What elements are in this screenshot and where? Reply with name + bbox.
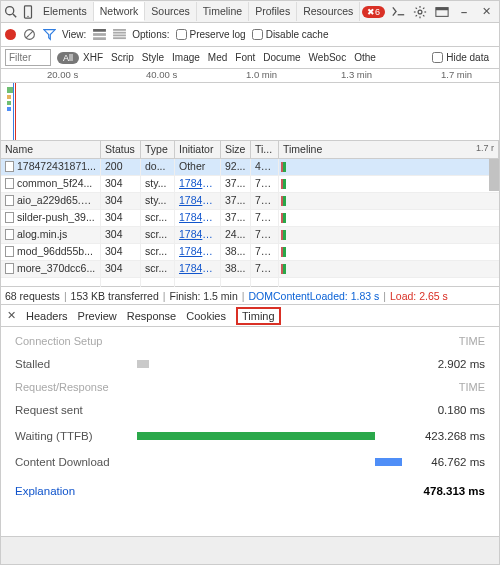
svg-line-17 — [25, 31, 32, 38]
device-icon[interactable] — [19, 3, 37, 21]
type-media[interactable]: Med — [204, 50, 231, 65]
cell-time: 76... — [251, 193, 279, 209]
cell-initiator[interactable]: 178472... — [175, 176, 221, 192]
table-row[interactable]: more_370dcc6... 304 scr... 178472... 38.… — [1, 261, 499, 278]
cell-name: silder-push_39... — [1, 210, 101, 226]
view-label: View: — [62, 29, 86, 40]
small-rows-icon[interactable] — [112, 28, 126, 42]
cell-type: do... — [141, 159, 175, 175]
cell-type: scr... — [141, 227, 175, 243]
options-label: Options: — [132, 29, 169, 40]
col-initiator[interactable]: Initiator — [175, 141, 221, 158]
svg-line-12 — [416, 15, 417, 16]
cell-timeline — [279, 227, 499, 243]
search-icon[interactable] — [1, 3, 19, 21]
table-row[interactable]: 178472431871... 200 do... Other 92... 47… — [1, 159, 499, 176]
wait-bar — [137, 432, 375, 440]
svg-rect-24 — [113, 35, 126, 37]
disable-cache-checkbox[interactable]: Disable cache — [252, 29, 329, 40]
type-all[interactable]: All — [57, 52, 79, 64]
type-style[interactable]: Style — [138, 50, 168, 65]
ruler-tick: 40.00 s — [146, 69, 177, 80]
tab-resources[interactable]: Resources — [297, 2, 360, 21]
table-row[interactable]: aio_a229d65.css 304 sty... 178472... 37.… — [1, 193, 499, 210]
console-icon[interactable] — [389, 3, 407, 21]
type-image[interactable]: Image — [168, 50, 204, 65]
tab-network[interactable]: Network — [94, 2, 146, 21]
hide-data-label: Hide data — [446, 52, 489, 63]
type-ws[interactable]: WebSoc — [305, 50, 351, 65]
type-font[interactable]: Font — [231, 50, 259, 65]
svg-point-0 — [5, 7, 13, 15]
table-row[interactable]: mod_96dd55b... 304 scr... 178472... 38..… — [1, 244, 499, 261]
close-icon[interactable]: ✕ — [477, 3, 495, 21]
cell-initiator[interactable]: 178472... — [175, 244, 221, 260]
ruler-tick: 1.7 min — [441, 69, 472, 80]
hide-data-checkbox[interactable]: Hide data — [432, 52, 489, 63]
cell-time: 76... — [251, 244, 279, 260]
cell-initiator: Other — [175, 159, 221, 175]
col-type[interactable]: Type — [141, 141, 175, 158]
cd-bar — [375, 458, 402, 466]
grid-header: Name Status Type Initiator Size Ti... Ti… — [1, 141, 499, 159]
tab-timeline[interactable]: Timeline — [197, 2, 249, 21]
tab-profiles[interactable]: Profiles — [249, 2, 297, 21]
col-timeline[interactable]: Timeline1.7 r — [279, 141, 499, 158]
tab-sources[interactable]: Sources — [145, 2, 197, 21]
stalled-bar — [137, 360, 149, 368]
type-other[interactable]: Othe — [350, 50, 380, 65]
svg-marker-18 — [43, 30, 54, 40]
cell-initiator[interactable]: 178472... — [175, 261, 221, 277]
tab-timing[interactable]: Timing — [236, 307, 281, 325]
timing-panel: Connection SetupTIME Stalled 2.902 ms Re… — [1, 327, 499, 509]
overview-ruler[interactable]: 20.00 s 40.00 s 1.0 min 1.3 min 1.7 min — [1, 69, 499, 83]
overview-waterfall[interactable] — [1, 83, 499, 141]
cell-name: 178472431871... — [1, 159, 101, 175]
cell-initiator[interactable]: 178472... — [175, 210, 221, 226]
table-row[interactable]: silder-push_39... 304 scr... 178472... 3… — [1, 210, 499, 227]
col-size[interactable]: Size — [221, 141, 251, 158]
filter-icon[interactable] — [42, 28, 56, 42]
col-time[interactable]: Ti... — [251, 141, 279, 158]
cell-time: 47... — [251, 159, 279, 175]
table-row[interactable]: common_5f24... 304 sty... 178472... 37..… — [1, 176, 499, 193]
disable-cache-label: Disable cache — [266, 29, 329, 40]
ruler-tick: 1.0 min — [246, 69, 277, 80]
record-button[interactable] — [5, 29, 16, 40]
cell-size: 37... — [221, 210, 251, 226]
filter-input[interactable] — [5, 49, 51, 66]
file-icon — [5, 195, 14, 206]
large-rows-icon[interactable] — [92, 28, 106, 42]
minimize-icon[interactable]: – — [455, 3, 473, 21]
cell-time: 77... — [251, 261, 279, 277]
summary-transferred: 153 KB transferred — [71, 290, 159, 302]
type-script[interactable]: Scrip — [107, 50, 138, 65]
file-icon — [5, 212, 14, 223]
cell-initiator[interactable]: 178472... — [175, 193, 221, 209]
preserve-log-checkbox[interactable]: Preserve log — [176, 29, 246, 40]
type-doc[interactable]: Docume — [259, 50, 304, 65]
error-count-badge[interactable]: ✖6 — [362, 6, 385, 18]
col-name[interactable]: Name — [1, 141, 101, 158]
tab-response[interactable]: Response — [127, 310, 177, 322]
wait-value: 423.268 ms — [407, 430, 485, 442]
network-filter-bar: All XHF Scrip Style Image Med Font Docum… — [1, 47, 499, 69]
tab-elements[interactable]: Elements — [37, 2, 94, 21]
tab-cookies[interactable]: Cookies — [186, 310, 226, 322]
file-icon — [5, 161, 14, 172]
stalled-value: 2.902 ms — [407, 358, 485, 370]
dock-icon[interactable] — [433, 3, 451, 21]
clear-icon[interactable] — [22, 28, 36, 42]
svg-line-10 — [416, 7, 417, 8]
table-row[interactable]: alog.min.js 304 scr... 178472... 24... 7… — [1, 227, 499, 244]
tab-headers[interactable]: Headers — [26, 310, 68, 322]
detail-close-icon[interactable]: ✕ — [7, 309, 16, 322]
col-status[interactable]: Status — [101, 141, 141, 158]
type-xhr[interactable]: XHF — [79, 50, 107, 65]
stalled-label: Stalled — [15, 358, 137, 370]
tab-preview[interactable]: Preview — [78, 310, 117, 322]
explanation-link[interactable]: Explanation — [15, 485, 75, 497]
gear-icon[interactable] — [411, 3, 429, 21]
cell-initiator[interactable]: 178472... — [175, 227, 221, 243]
cell-timeline — [279, 261, 499, 277]
